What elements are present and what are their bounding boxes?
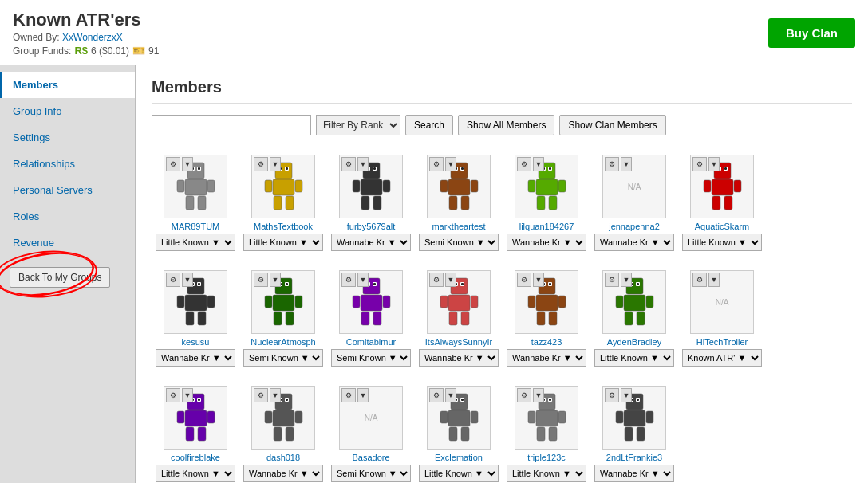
gear-button[interactable]: ⚙ [166, 388, 180, 402]
arrow-button[interactable]: ▼ [182, 273, 193, 287]
arrow-button[interactable]: ▼ [182, 157, 193, 171]
rank-select[interactable]: Little Known ▼ Wannabe Kr ▼ Semi Known ▼… [682, 234, 762, 251]
rank-select[interactable]: Little Known ▼ Wannabe Kr ▼ Semi Known ▼… [594, 234, 674, 251]
arrow-button[interactable]: ▼ [621, 388, 632, 402]
rank-select[interactable]: Little Known ▼ Wannabe Kr ▼ Semi Known ▼… [156, 465, 235, 482]
arrow-button[interactable]: ▼ [621, 157, 632, 171]
rank-select[interactable]: Little Known ▼ Wannabe Kr ▼ Semi Known ▼… [419, 234, 499, 251]
svg-rect-10 [198, 196, 206, 210]
gear-button[interactable]: ⚙ [166, 157, 180, 171]
arrow-button[interactable]: ▼ [357, 157, 369, 171]
arrow-button[interactable]: ▼ [270, 273, 281, 287]
rank-select[interactable]: Little Known ▼ Wannabe Kr ▼ Semi Known ▼… [331, 234, 411, 251]
rank-select[interactable]: Little Known ▼ Wannabe Kr ▼ Semi Known ▼… [156, 349, 235, 367]
sidebar-item-relationships[interactable]: Relationships [0, 151, 135, 177]
rank-select[interactable]: Little Known ▼ Wannabe Kr ▼ Semi Known ▼… [243, 349, 323, 367]
rank-select[interactable]: Little Known ▼ Wannabe Kr ▼ Semi Known ▼… [682, 349, 762, 367]
gear-button[interactable]: ⚙ [341, 273, 356, 287]
gear-button[interactable]: ⚙ [517, 388, 531, 402]
sidebar-item-settings[interactable]: Settings [0, 124, 135, 151]
member-name[interactable]: furby5679alt [347, 222, 396, 231]
gear-button[interactable]: ⚙ [517, 157, 531, 171]
sidebar-item-members[interactable]: Members [0, 72, 135, 98]
gear-button[interactable]: ⚙ [254, 388, 268, 402]
arrow-button[interactable]: ▼ [533, 388, 544, 402]
arrow-button[interactable]: ▼ [270, 388, 281, 402]
member-name[interactable]: triple123c [527, 453, 566, 462]
arrow-button[interactable]: ▼ [533, 273, 544, 287]
rank-select[interactable]: Little Known ▼ Wannabe Kr ▼ Semi Known ▼… [243, 234, 323, 251]
content-area: Members Filter By Rank Little Known Wann… [136, 65, 868, 483]
gear-button[interactable]: ⚙ [254, 273, 268, 287]
member-name[interactable]: tazz423 [531, 337, 562, 347]
search-input[interactable] [152, 115, 311, 135]
member-name[interactable]: 2ndLtFrankie3 [606, 453, 662, 462]
member-name[interactable]: HiTechTroller [696, 337, 748, 347]
arrow-button[interactable]: ▼ [445, 273, 456, 287]
gear-button[interactable]: ⚙ [692, 157, 707, 171]
rank-select[interactable]: Little Known ▼ Wannabe Kr ▼ Semi Known ▼… [243, 465, 323, 482]
svg-rect-155 [549, 399, 551, 401]
arrow-button[interactable]: ▼ [708, 157, 720, 171]
member-name[interactable]: MathsTextbook [254, 222, 313, 231]
rank-select[interactable]: Little Known ▼ Wannabe Kr ▼ Semi Known ▼… [156, 234, 235, 251]
rank-select[interactable]: Little Known ▼ Wannabe Kr ▼ Semi Known ▼… [507, 465, 586, 482]
member-name[interactable]: kesusu [182, 337, 210, 347]
rank-select[interactable]: Little Known ▼ Wannabe Kr ▼ Semi Known ▼… [594, 465, 674, 482]
gear-button[interactable]: ⚙ [254, 157, 268, 171]
arrow-button[interactable]: ▼ [182, 388, 193, 402]
member-name[interactable]: jennapenna2 [609, 222, 660, 231]
rank-select[interactable]: Little Known ▼ Wannabe Kr ▼ Semi Known ▼… [594, 349, 674, 367]
gear-button[interactable]: ⚙ [166, 273, 180, 287]
gear-button[interactable]: ⚙ [341, 157, 356, 171]
arrow-button[interactable]: ▼ [533, 157, 544, 171]
gear-button[interactable]: ⚙ [692, 273, 707, 287]
member-name[interactable]: Comitabimur [346, 337, 396, 347]
gear-button[interactable]: ⚙ [605, 388, 619, 402]
arrow-button[interactable]: ▼ [357, 273, 369, 287]
svg-rect-110 [549, 312, 557, 325]
member-name[interactable]: ItsAlwaysSunnyIr [425, 337, 492, 347]
member-name[interactable]: AquaticSkarm [695, 222, 749, 231]
member-name[interactable]: dash018 [266, 453, 300, 462]
arrow-button[interactable]: ▼ [445, 388, 456, 402]
show-all-members-button[interactable]: Show All Members [458, 115, 554, 135]
show-clan-members-button[interactable]: Show Clan Members [559, 115, 665, 135]
arrow-button[interactable]: ▼ [621, 273, 632, 287]
rank-select[interactable]: Little Known ▼ Wannabe Kr ▼ Semi Known ▼… [419, 349, 499, 367]
filter-by-rank-select[interactable]: Filter By Rank Little Known Wannabe Kr S… [316, 115, 400, 135]
gear-button[interactable]: ⚙ [517, 273, 531, 287]
arrow-button[interactable]: ▼ [445, 157, 456, 171]
rank-select[interactable]: Little Known ▼ Wannabe Kr ▼ Semi Known ▼… [419, 465, 499, 482]
back-to-my-groups-button[interactable]: Back To My Groups [10, 267, 110, 288]
member-name[interactable]: marktheartest [432, 222, 485, 231]
gear-button[interactable]: ⚙ [429, 388, 444, 402]
sidebar-item-roles[interactable]: Roles [0, 203, 135, 230]
member-name[interactable]: Basadore [352, 453, 389, 462]
member-name[interactable]: NuclearAtmosph [251, 337, 315, 347]
gear-button[interactable]: ⚙ [341, 388, 356, 402]
member-name[interactable]: Exclemation [435, 453, 483, 462]
owner-link[interactable]: XxWonderzxX [62, 32, 123, 43]
arrow-button[interactable]: ▼ [708, 273, 720, 287]
rank-select[interactable]: Little Known ▼ Wannabe Kr ▼ Semi Known ▼… [507, 349, 586, 367]
rank-select[interactable]: Little Known ▼ Wannabe Kr ▼ Semi Known ▼… [331, 465, 411, 482]
gear-button[interactable]: ⚙ [605, 273, 619, 287]
rank-select[interactable]: Little Known ▼ Wannabe Kr ▼ Semi Known ▼… [507, 234, 586, 251]
gear-button[interactable]: ⚙ [605, 157, 619, 171]
arrow-button[interactable]: ▼ [357, 388, 369, 402]
member-name[interactable]: AydenBradley [607, 337, 661, 347]
gear-button[interactable]: ⚙ [429, 273, 444, 287]
gear-button[interactable]: ⚙ [429, 157, 444, 171]
arrow-button[interactable]: ▼ [270, 157, 281, 171]
sidebar-item-personal-servers[interactable]: Personal Servers [0, 177, 135, 203]
buy-clan-button[interactable]: Buy Clan [768, 18, 855, 48]
sidebar-item-group-info[interactable]: Group Info [0, 98, 135, 124]
sidebar-item-revenue[interactable]: Revenue [0, 230, 135, 256]
search-button[interactable]: Search [405, 115, 453, 135]
rank-select[interactable]: Little Known ▼ Wannabe Kr ▼ Semi Known ▼… [331, 349, 411, 367]
member-name[interactable]: lilquan184267 [519, 222, 574, 231]
member-name[interactable]: MAR89TUM [172, 222, 220, 231]
svg-rect-15 [286, 167, 288, 170]
member-name[interactable]: coolfireblake [171, 453, 220, 462]
